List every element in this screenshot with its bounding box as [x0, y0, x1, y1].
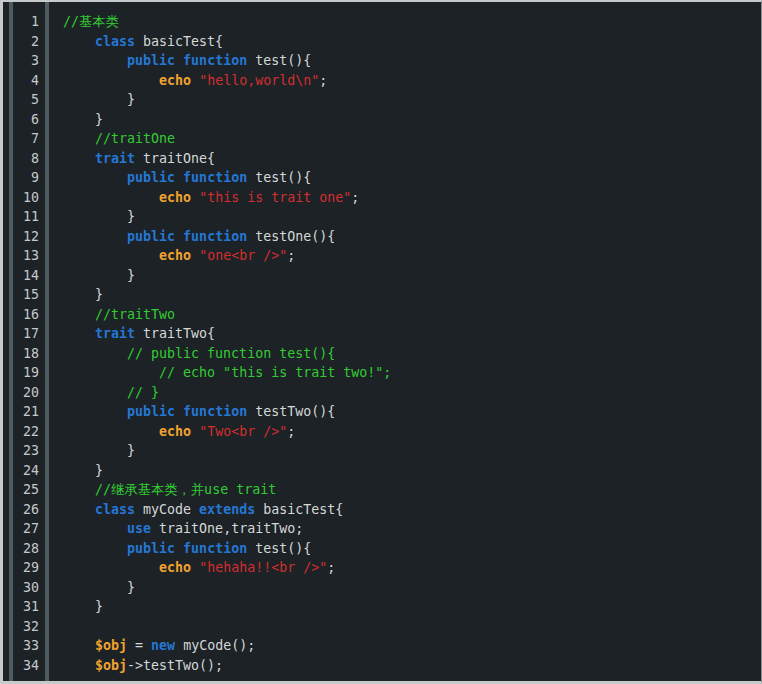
- keyword-token: function: [183, 404, 247, 419]
- line-number[interactable]: 26: [13, 500, 39, 520]
- line-number[interactable]: 32: [13, 617, 39, 637]
- line-number[interactable]: 18: [13, 344, 39, 364]
- keyword-token: public: [127, 229, 175, 244]
- plain-token: [63, 502, 95, 517]
- plain-token: [63, 404, 127, 419]
- code-line[interactable]: class myCode extends basicTest{: [63, 500, 761, 520]
- code-line[interactable]: //基本类: [63, 12, 761, 32]
- keyword-token: trait: [95, 326, 135, 341]
- code-line[interactable]: }: [63, 90, 761, 110]
- plain-token: [191, 560, 199, 575]
- plain-token: [63, 541, 127, 556]
- code-line[interactable]: }: [63, 597, 761, 617]
- line-number[interactable]: 7: [13, 129, 39, 149]
- line-number[interactable]: 34: [13, 656, 39, 676]
- line-number[interactable]: 1: [13, 12, 39, 32]
- line-number[interactable]: 21: [13, 402, 39, 422]
- line-number[interactable]: 29: [13, 558, 39, 578]
- code-area[interactable]: //基本类 class basicTest{ public function t…: [49, 2, 761, 681]
- code-line[interactable]: trait traitTwo{: [63, 324, 761, 344]
- comment-token: //基本类: [63, 14, 119, 29]
- line-number[interactable]: 17: [13, 324, 39, 344]
- line-number[interactable]: 24: [13, 461, 39, 481]
- line-number[interactable]: 13: [13, 246, 39, 266]
- code-line[interactable]: // echo "this is trait two!";: [63, 363, 761, 383]
- code-line[interactable]: }: [63, 578, 761, 598]
- line-number[interactable]: 15: [13, 285, 39, 305]
- comment-token: // }: [127, 385, 159, 400]
- plain-token: [175, 53, 183, 68]
- line-number[interactable]: 33: [13, 636, 39, 656]
- code-line[interactable]: }: [63, 461, 761, 481]
- plain-token: test(){: [247, 170, 311, 185]
- plain-token: }: [63, 92, 135, 107]
- plain-token: [63, 170, 127, 185]
- line-number[interactable]: 6: [13, 110, 39, 130]
- line-number[interactable]: 14: [13, 266, 39, 286]
- plain-token: [63, 307, 95, 322]
- line-number[interactable]: 16: [13, 305, 39, 325]
- code-line[interactable]: echo "one<br />";: [63, 246, 761, 266]
- line-number[interactable]: 23: [13, 441, 39, 461]
- code-line[interactable]: // public function test(){: [63, 344, 761, 364]
- code-line[interactable]: public function test(){: [63, 539, 761, 559]
- code-line[interactable]: [63, 617, 761, 637]
- keyword-token: class: [95, 502, 135, 517]
- plain-token: =: [127, 638, 151, 653]
- code-line[interactable]: //traitOne: [63, 129, 761, 149]
- code-line[interactable]: $obj = new myCode();: [63, 636, 761, 656]
- code-line[interactable]: $obj->testTwo();: [63, 656, 761, 676]
- builtin-token: echo: [159, 248, 191, 263]
- code-line[interactable]: trait traitOne{: [63, 149, 761, 169]
- code-line[interactable]: public function testTwo(){: [63, 402, 761, 422]
- code-line[interactable]: use traitOne,traitTwo;: [63, 519, 761, 539]
- line-number[interactable]: 3: [13, 51, 39, 71]
- line-number[interactable]: 2: [13, 32, 39, 52]
- code-line[interactable]: // }: [63, 383, 761, 403]
- code-line[interactable]: public function test(){: [63, 51, 761, 71]
- code-line[interactable]: //traitTwo: [63, 305, 761, 325]
- plain-token: [191, 424, 199, 439]
- line-number[interactable]: 19: [13, 363, 39, 383]
- line-number[interactable]: 30: [13, 578, 39, 598]
- line-number[interactable]: 31: [13, 597, 39, 617]
- line-number-gutter[interactable]: 1234567891011121314151617181920212223242…: [13, 2, 45, 681]
- code-line[interactable]: //继承基本类，并use trait: [63, 480, 761, 500]
- code-line[interactable]: echo "this is trait one";: [63, 188, 761, 208]
- line-number[interactable]: 9: [13, 168, 39, 188]
- code-line[interactable]: }: [63, 207, 761, 227]
- line-number[interactable]: 27: [13, 519, 39, 539]
- keyword-token: new: [151, 638, 175, 653]
- line-number[interactable]: 8: [13, 149, 39, 169]
- code-line[interactable]: echo "hello,world\n";: [63, 71, 761, 91]
- plain-token: [63, 131, 95, 146]
- line-number[interactable]: 4: [13, 71, 39, 91]
- line-number[interactable]: 12: [13, 227, 39, 247]
- keyword-token: use: [127, 521, 151, 536]
- line-number[interactable]: 22: [13, 422, 39, 442]
- code-line[interactable]: }: [63, 285, 761, 305]
- plain-token: [63, 326, 95, 341]
- line-number[interactable]: 20: [13, 383, 39, 403]
- line-number[interactable]: 11: [13, 207, 39, 227]
- plain-token: ;: [287, 424, 295, 439]
- plain-token: myCode();: [175, 638, 255, 653]
- plain-token: [63, 248, 159, 263]
- keyword-token: extends: [199, 502, 255, 517]
- keyword-token: function: [183, 170, 247, 185]
- code-line[interactable]: echo "Two<br />";: [63, 422, 761, 442]
- code-line[interactable]: public function test(){: [63, 168, 761, 188]
- line-number[interactable]: 10: [13, 188, 39, 208]
- plain-token: [175, 541, 183, 556]
- code-line[interactable]: class basicTest{: [63, 32, 761, 52]
- line-number[interactable]: 28: [13, 539, 39, 559]
- code-line[interactable]: public function testOne(){: [63, 227, 761, 247]
- code-line[interactable]: echo "hehaha!!<br />";: [63, 558, 761, 578]
- line-number[interactable]: 5: [13, 90, 39, 110]
- plain-token: }: [63, 599, 103, 614]
- code-line[interactable]: }: [63, 266, 761, 286]
- code-line[interactable]: }: [63, 110, 761, 130]
- code-line[interactable]: }: [63, 441, 761, 461]
- plain-token: }: [63, 287, 103, 302]
- line-number[interactable]: 25: [13, 480, 39, 500]
